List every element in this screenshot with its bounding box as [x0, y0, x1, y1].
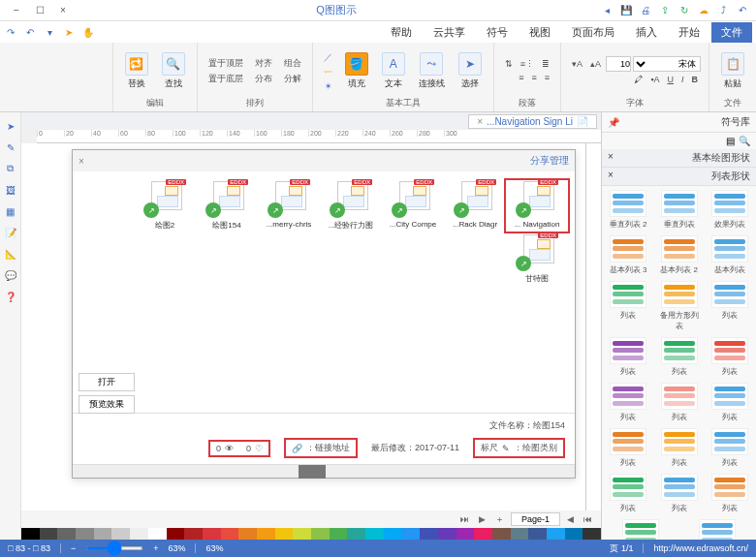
- number-list-icon[interactable]: ⋮≡: [518, 58, 537, 70]
- palette-swatch[interactable]: [438, 528, 457, 540]
- connector-tool-button[interactable]: ⤳连接线: [415, 50, 449, 92]
- tab-view[interactable]: 视图: [520, 22, 560, 43]
- help-icon[interactable]: ❓: [3, 289, 18, 304]
- highlight-button[interactable]: 🖍: [631, 74, 646, 85]
- tab-symbols[interactable]: 符号: [477, 22, 518, 43]
- palette-swatch[interactable]: [257, 528, 275, 540]
- palette-swatch[interactable]: [528, 528, 547, 540]
- last-page-icon[interactable]: ⏭: [457, 514, 472, 524]
- save-icon[interactable]: 💾: [618, 3, 634, 18]
- scrollbar-thumb[interactable]: [299, 465, 326, 479]
- file-item[interactable]: EDDX↗City Compe...: [383, 181, 443, 231]
- panel-pin-icon[interactable]: 📌: [608, 117, 619, 128]
- underline-button[interactable]: U: [664, 74, 677, 85]
- shape-item[interactable]: 基本列表 3: [607, 235, 649, 275]
- ruler-icon[interactable]: 📐: [3, 246, 18, 262]
- doc-tab-close-icon[interactable]: ×: [477, 116, 483, 127]
- cursor-tool-icon[interactable]: ➤: [3, 118, 18, 134]
- eye-icon[interactable]: 👁: [225, 444, 234, 453]
- palette-swatch[interactable]: [221, 528, 239, 540]
- section-close-icon-2[interactable]: ×: [608, 170, 614, 183]
- link-icon[interactable]: 🔗: [292, 444, 302, 453]
- palette-swatch[interactable]: [167, 528, 185, 540]
- shape-item[interactable]: 基本列表: [709, 235, 751, 275]
- shape-item[interactable]: 垂直列表 2: [607, 190, 649, 230]
- shape-item[interactable]: 效果列表: [709, 190, 751, 230]
- shape-item[interactable]: 列表: [658, 337, 701, 377]
- tab-file[interactable]: 文件: [711, 22, 752, 43]
- font-size-input[interactable]: [606, 56, 631, 72]
- shape-item[interactable]: 列表: [607, 428, 649, 468]
- font-family-select[interactable]: 宋体: [633, 56, 701, 72]
- close-button[interactable]: ×: [52, 2, 74, 19]
- file-item[interactable]: EDDX↗经验行力图...: [321, 181, 381, 231]
- file-item[interactable]: EDDX↗merry-chris...: [259, 181, 319, 231]
- browser-close-icon[interactable]: ×: [79, 156, 84, 167]
- palette-swatch[interactable]: [203, 528, 221, 540]
- maximize-button[interactable]: ☐: [29, 2, 50, 19]
- shape-item[interactable]: 文件夹名: [619, 519, 662, 540]
- hand-icon[interactable]: ✋: [81, 25, 95, 39]
- zoom-in-icon[interactable]: +: [153, 543, 158, 553]
- shape-item[interactable]: 列表: [709, 337, 751, 377]
- qa-dropdown-icon[interactable]: ▾: [43, 25, 56, 39]
- palette-swatch[interactable]: [94, 528, 112, 540]
- tab-help[interactable]: 帮助: [381, 22, 422, 43]
- palette-swatch[interactable]: [384, 528, 402, 540]
- panel-menu-icon[interactable]: ▤: [726, 136, 735, 146]
- shape-item[interactable]: 列表: [607, 281, 649, 331]
- shape-item[interactable]: 基本列表 2: [658, 235, 701, 275]
- export-icon[interactable]: ⇪: [657, 3, 673, 18]
- align-left-icon[interactable]: ≡: [542, 72, 552, 83]
- bold-button[interactable]: B: [689, 74, 702, 85]
- page-tab-1[interactable]: Page-1: [511, 512, 560, 526]
- shape-item[interactable]: 列表: [607, 337, 649, 377]
- palette-swatch[interactable]: [76, 528, 94, 540]
- palette-swatch[interactable]: [148, 528, 167, 540]
- preview-button[interactable]: 预览效果: [79, 395, 135, 414]
- shape-item[interactable]: 垂直列表: [658, 190, 701, 230]
- print-icon[interactable]: 🖨: [638, 3, 653, 18]
- palette-swatch[interactable]: [57, 528, 76, 540]
- bullet-list-icon[interactable]: ≣: [539, 58, 552, 70]
- heart-icon[interactable]: ♡: [255, 444, 263, 453]
- palette-swatch[interactable]: [511, 528, 529, 540]
- palette-swatch[interactable]: [583, 528, 601, 540]
- shape-tool-icon[interactable]: ✶: [321, 80, 335, 92]
- edit-type-icon[interactable]: ✎: [502, 444, 510, 453]
- shape-item[interactable]: 列表: [658, 383, 701, 422]
- palette-swatch[interactable]: [311, 528, 330, 540]
- palette-swatch[interactable]: [130, 528, 148, 540]
- replace-button[interactable]: 🔁替换: [121, 50, 152, 92]
- shape-item[interactable]: 列表: [607, 474, 649, 513]
- find-button[interactable]: 🔍查找: [158, 50, 189, 92]
- comment-icon[interactable]: 💬: [3, 267, 18, 283]
- tab-layout[interactable]: 页面布局: [562, 22, 624, 43]
- shape-item[interactable]: 列表: [709, 428, 751, 468]
- paste-button[interactable]: 📋粘贴: [717, 50, 748, 92]
- redo-icon[interactable]: ↷: [4, 25, 17, 39]
- palette-swatch[interactable]: [365, 528, 384, 540]
- palette-swatch[interactable]: [347, 528, 365, 540]
- minimize-button[interactable]: −: [6, 2, 27, 19]
- decrease-font-icon[interactable]: A▾: [569, 58, 585, 70]
- share-icon[interactable]: ⤴: [715, 3, 731, 18]
- text-edit-icon[interactable]: ✎: [3, 139, 18, 155]
- palette-swatch[interactable]: [401, 528, 420, 540]
- align-button[interactable]: 对齐: [252, 56, 275, 71]
- align-right-icon[interactable]: ≡: [516, 72, 526, 83]
- file-item[interactable]: EDDX↗甘特图: [507, 234, 567, 284]
- palette-swatch[interactable]: [565, 528, 583, 540]
- zoom-slider[interactable]: [85, 546, 143, 550]
- text-tool-button[interactable]: A文本: [378, 50, 409, 92]
- palette-swatch[interactable]: [184, 528, 203, 540]
- file-item[interactable]: EDDX↗Navigation ...: [507, 181, 567, 231]
- shape-item[interactable]: 文件夹名: [696, 519, 739, 540]
- next-page-icon[interactable]: ▶: [476, 514, 488, 524]
- group-button[interactable]: 组合: [281, 56, 304, 71]
- prev-page-icon[interactable]: ◀: [564, 514, 577, 524]
- pointer-icon[interactable]: ➤: [62, 25, 76, 39]
- palette-swatch[interactable]: [330, 528, 348, 540]
- fill-tool-button[interactable]: 🪣填充: [341, 50, 372, 92]
- search-shapes-icon[interactable]: 🔍: [739, 136, 750, 146]
